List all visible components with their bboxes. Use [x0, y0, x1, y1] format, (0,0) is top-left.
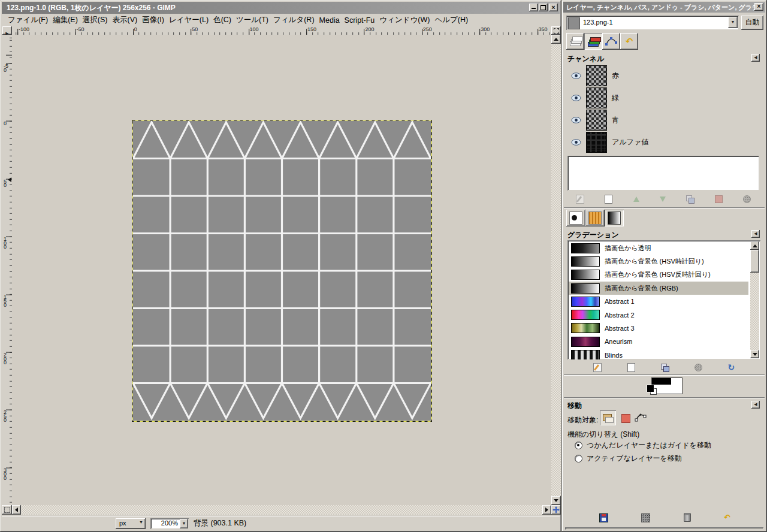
affect-selection-button[interactable] [621, 414, 630, 423]
tab-channels[interactable] [584, 33, 602, 50]
image-selector-combobox[interactable]: 123.png-1 ▼ [566, 16, 739, 30]
tool-options-collapse-button[interactable]: ◀ [751, 401, 760, 409]
gradients-collapse-button[interactable]: ◀ [751, 230, 760, 238]
tab-layers[interactable] [566, 33, 584, 50]
menu-item[interactable]: ファイル(F) [5, 14, 50, 26]
ruler-label: 300 [4, 468, 8, 480]
menu-item[interactable]: レイヤー(L) [167, 14, 211, 26]
dock-title-bar[interactable]: レイヤー, チャンネル, パス, アンドゥ - ブラシ, パターン, グラデ × [563, 2, 765, 13]
ruler-label: 50 [192, 26, 198, 32]
scroll-left-button[interactable] [12, 505, 21, 515]
zoom-combobox[interactable]: 200% ▼ [150, 518, 189, 529]
new-gradient-icon[interactable] [627, 363, 635, 372]
close-button[interactable]: × [549, 4, 558, 11]
scrollbar-thumb[interactable] [750, 250, 759, 273]
auto-button[interactable]: 自動 [741, 16, 763, 30]
delete-options-icon[interactable] [684, 513, 691, 522]
gradient-list-item[interactable]: 描画色から背景色 (HSV反時計回り) [569, 268, 748, 282]
canvas-image[interactable] [132, 120, 432, 422]
menu-item[interactable]: フィルタ(R) [271, 14, 317, 26]
fg-bg-color-indicator[interactable] [645, 377, 683, 395]
scroll-up-button[interactable] [750, 241, 759, 250]
channel-row[interactable]: 緑 [566, 87, 760, 109]
raise-channel-icon[interactable] [633, 197, 639, 202]
affect-layer-button[interactable] [600, 410, 616, 425]
delete-gradient-icon[interactable] [694, 364, 702, 371]
gradient-list-item[interactable]: 描画色から背景色 (RGB) [569, 282, 748, 295]
channel-to-selection-icon[interactable] [743, 195, 751, 203]
menu-item[interactable]: Script-Fu [342, 15, 378, 26]
channels-collapse-button[interactable]: ◀ [751, 54, 760, 62]
vertical-ruler[interactable]: -50050100150200250300 [2, 35, 13, 505]
visibility-eye-icon[interactable] [571, 72, 581, 79]
edit-gradient-icon[interactable] [593, 363, 602, 372]
tool-options-panel: 移動 ◀ 移動対象: 機能の切り替え (Shift) つかんだレイヤーまたはガイ… [566, 400, 763, 507]
menu-item[interactable]: 画像(I) [140, 14, 167, 26]
dropdown-icon[interactable]: ▼ [180, 519, 188, 528]
gradient-list-item[interactable]: Abstract 3 [569, 322, 748, 335]
gradient-list-item[interactable]: Abstract 1 [569, 295, 748, 308]
unit-combobox[interactable]: px ▼ [116, 518, 146, 529]
visibility-eye-icon[interactable] [571, 117, 581, 123]
scroll-up-button[interactable] [551, 35, 561, 44]
minimize-button[interactable] [529, 4, 538, 11]
dropdown-icon[interactable]: ▼ [728, 17, 738, 28]
duplicate-gradient-icon[interactable] [661, 364, 669, 371]
menu-item[interactable]: ツール(T) [234, 14, 271, 26]
tab-brushes[interactable] [566, 210, 585, 226]
refresh-gradients-icon[interactable]: ↻ [727, 363, 735, 371]
gradient-list-item[interactable]: 描画色から背景色 (HSV時計回り) [569, 255, 748, 268]
visibility-eye-icon[interactable] [571, 95, 581, 101]
dropdown-icon: ▼ [139, 520, 143, 524]
dock-bottom-grip[interactable] [565, 527, 763, 530]
scroll-down-button[interactable] [750, 350, 759, 358]
tab-undo-history[interactable]: ↶ [620, 33, 638, 50]
gradient-list-item[interactable]: 描画色から透明 [569, 241, 748, 255]
scroll-right-button[interactable] [542, 505, 551, 515]
gradients-scrollbar[interactable] [750, 241, 759, 358]
horizontal-scrollbar[interactable] [12, 505, 551, 515]
restore-options-icon[interactable] [641, 513, 650, 522]
canvas-menu-button[interactable]: ▶ [2, 26, 12, 35]
tab-patterns[interactable] [585, 210, 605, 226]
tab-gradients[interactable] [605, 210, 624, 226]
affect-path-button[interactable] [635, 412, 647, 422]
maximize-button[interactable] [539, 4, 548, 11]
fg-color-swatch[interactable] [647, 385, 654, 392]
channel-row[interactable]: 青 [566, 109, 760, 131]
title-bar[interactable]: 123.png-1.0 (RGB, 1枚のレイヤー) 256x256 - GIM… [2, 2, 560, 14]
menu-item[interactable]: 選択(S) [80, 14, 110, 26]
vertical-scrollbar[interactable] [551, 35, 561, 505]
gradient-icon [608, 211, 621, 225]
scroll-down-button[interactable] [551, 496, 561, 505]
tab-paths[interactable] [602, 33, 620, 50]
visibility-eye-icon[interactable] [571, 139, 581, 146]
ruler-label: 100 [250, 26, 259, 32]
channel-row[interactable]: 赤 [566, 65, 760, 87]
gradient-list-item[interactable]: Blinds [569, 348, 748, 359]
menu-item[interactable]: 編集(E) [50, 14, 80, 26]
new-channel-icon[interactable] [605, 195, 612, 204]
canvas-viewport[interactable] [12, 35, 551, 505]
reset-options-icon[interactable]: ↶ [724, 513, 730, 522]
menu-item[interactable]: ヘルプ(H) [432, 14, 470, 26]
channel-row[interactable]: アルファ値 [566, 131, 760, 153]
menu-item[interactable]: 表示(V) [110, 14, 140, 26]
menu-item[interactable]: 色(C) [211, 14, 234, 26]
zoom-fit-button[interactable] [551, 26, 561, 35]
navigation-preview-button[interactable] [551, 505, 561, 515]
radio-move-grabbed[interactable]: つかんだレイヤーまたはガイドを移動 [575, 440, 711, 451]
quickmask-toggle[interactable] [2, 505, 12, 515]
lower-channel-icon[interactable] [660, 197, 666, 202]
radio-move-active-layer[interactable]: アクティブなレイヤーを移動 [575, 454, 682, 464]
dock-close-button[interactable]: × [754, 3, 763, 11]
gradient-list-item[interactable]: Abstract 2 [569, 308, 748, 321]
delete-channel-icon[interactable] [715, 195, 723, 203]
horizontal-ruler[interactable]: -100-50050100150200250300350 [12, 26, 551, 35]
save-options-icon[interactable] [599, 513, 608, 522]
gradient-list-item[interactable]: Aneurism [569, 335, 748, 348]
duplicate-channel-icon[interactable] [686, 195, 694, 203]
menu-item[interactable]: Media [317, 15, 342, 26]
edit-channel-icon[interactable] [576, 195, 584, 204]
menu-item[interactable]: ウィンドウ(W) [377, 14, 432, 26]
